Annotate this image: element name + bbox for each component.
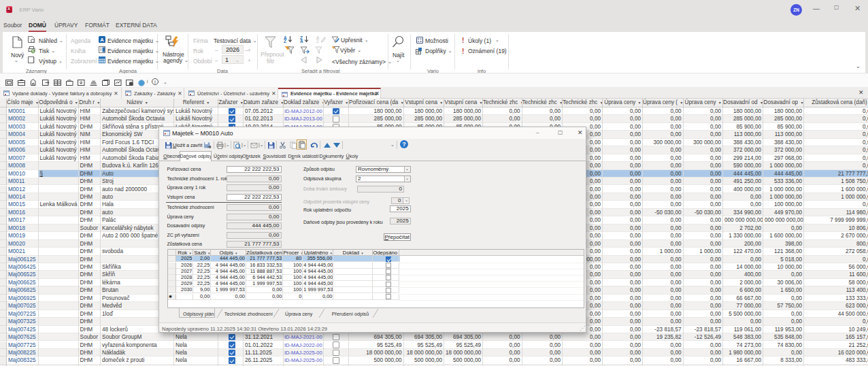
svg-text:A: A [100, 37, 104, 43]
svg-text:A: A [300, 39, 303, 44]
svg-text:2: 2 [316, 39, 319, 44]
svg-text:Z: Z [284, 39, 286, 44]
